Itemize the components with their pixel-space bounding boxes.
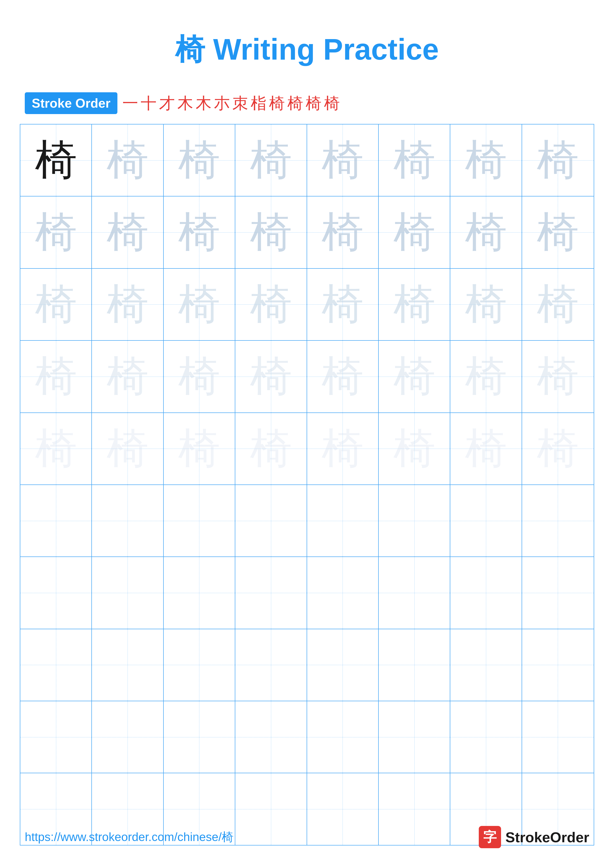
cell-5-5[interactable]: 椅 [307, 413, 379, 485]
cell-6-4[interactable] [235, 485, 307, 556]
cell-2-5[interactable]: 椅 [307, 197, 379, 268]
cell-6-3[interactable] [164, 485, 235, 556]
cell-7-5[interactable] [307, 557, 379, 628]
cell-1-5[interactable]: 椅 [307, 124, 379, 196]
cell-8-7[interactable] [450, 629, 522, 701]
cell-9-6[interactable] [379, 701, 450, 773]
cell-8-1[interactable] [20, 629, 92, 701]
grid-row-8 [20, 629, 594, 701]
cell-2-1[interactable]: 椅 [20, 197, 92, 268]
stroke-4: 木 [177, 93, 193, 114]
stroke-5: 木 [196, 93, 211, 114]
cell-5-6[interactable]: 椅 [379, 413, 450, 485]
cell-3-2[interactable]: 椅 [92, 269, 163, 340]
cell-4-1[interactable]: 椅 [20, 341, 92, 412]
cell-3-6[interactable]: 椅 [379, 269, 450, 340]
cell-2-8[interactable]: 椅 [522, 197, 594, 268]
stroke-sequence: 一 十 才 木 木 朩 朿 栺 椅 椅 椅 椅 [122, 93, 340, 114]
cell-5-3[interactable]: 椅 [164, 413, 235, 485]
cell-1-7[interactable]: 椅 [450, 124, 522, 196]
cell-8-4[interactable] [235, 629, 307, 701]
cell-4-6[interactable]: 椅 [379, 341, 450, 412]
cell-1-6[interactable]: 椅 [379, 124, 450, 196]
cell-9-7[interactable] [450, 701, 522, 773]
cell-7-2[interactable] [92, 557, 163, 628]
cell-6-2[interactable] [92, 485, 163, 556]
cell-2-6[interactable]: 椅 [379, 197, 450, 268]
cell-3-8[interactable]: 椅 [522, 269, 594, 340]
cell-8-8[interactable] [522, 629, 594, 701]
cell-4-8[interactable]: 椅 [522, 341, 594, 412]
cell-2-7[interactable]: 椅 [450, 197, 522, 268]
cell-2-2[interactable]: 椅 [92, 197, 163, 268]
cell-7-7[interactable] [450, 557, 522, 628]
cell-3-7[interactable]: 椅 [450, 269, 522, 340]
cell-6-6[interactable] [379, 485, 450, 556]
cell-6-8[interactable] [522, 485, 594, 556]
cell-5-2[interactable]: 椅 [92, 413, 163, 485]
stroke-10: 椅 [287, 93, 303, 114]
cell-1-3[interactable]: 椅 [164, 124, 235, 196]
stroke-8: 栺 [251, 93, 266, 114]
cell-7-1[interactable] [20, 557, 92, 628]
cell-7-4[interactable] [235, 557, 307, 628]
cell-5-4[interactable]: 椅 [235, 413, 307, 485]
cell-1-2[interactable]: 椅 [92, 124, 163, 196]
cell-4-4[interactable]: 椅 [235, 341, 307, 412]
cell-4-2[interactable]: 椅 [92, 341, 163, 412]
cell-8-5[interactable] [307, 629, 379, 701]
cell-9-4[interactable] [235, 701, 307, 773]
grid-row-5: 椅 椅 椅 椅 椅 椅 椅 椅 [20, 413, 594, 485]
cell-9-1[interactable] [20, 701, 92, 773]
cell-1-4[interactable]: 椅 [235, 124, 307, 196]
footer: https://www.strokeorder.com/chinese/椅 字 … [0, 826, 614, 848]
logo-text: StrokeOrder [505, 829, 589, 845]
cell-1-1[interactable]: 椅 [20, 124, 92, 196]
cell-3-5[interactable]: 椅 [307, 269, 379, 340]
stroke-6: 朩 [214, 93, 230, 114]
cell-2-4[interactable]: 椅 [235, 197, 307, 268]
stroke-9: 椅 [269, 93, 285, 114]
stroke-order-badge: Stroke Order [25, 92, 117, 114]
cell-3-4[interactable]: 椅 [235, 269, 307, 340]
cell-5-1[interactable]: 椅 [20, 413, 92, 485]
cell-7-6[interactable] [379, 557, 450, 628]
cell-9-5[interactable] [307, 701, 379, 773]
stroke-2: 十 [141, 93, 157, 114]
stroke-11: 椅 [306, 93, 322, 114]
cell-3-3[interactable]: 椅 [164, 269, 235, 340]
stroke-3: 才 [159, 93, 175, 114]
page-title: 椅 Writing Practice [0, 0, 614, 85]
practice-grid: 椅 椅 椅 椅 椅 椅 椅 椅 椅 椅 椅 椅 椅 椅 椅 椅 椅 椅 椅 椅 … [20, 124, 594, 845]
logo-icon: 字 [479, 826, 501, 848]
footer-url[interactable]: https://www.strokeorder.com/chinese/椅 [25, 829, 233, 845]
cell-8-6[interactable] [379, 629, 450, 701]
stroke-7: 朿 [232, 93, 248, 114]
cell-8-2[interactable] [92, 629, 163, 701]
cell-4-7[interactable]: 椅 [450, 341, 522, 412]
stroke-1: 一 [122, 93, 138, 114]
grid-row-9 [20, 701, 594, 773]
cell-9-8[interactable] [522, 701, 594, 773]
cell-5-7[interactable]: 椅 [450, 413, 522, 485]
cell-4-5[interactable]: 椅 [307, 341, 379, 412]
cell-3-1[interactable]: 椅 [20, 269, 92, 340]
grid-row-7 [20, 557, 594, 629]
cell-6-5[interactable] [307, 485, 379, 556]
cell-8-3[interactable] [164, 629, 235, 701]
grid-row-4: 椅 椅 椅 椅 椅 椅 椅 椅 [20, 341, 594, 413]
grid-row-3: 椅 椅 椅 椅 椅 椅 椅 椅 [20, 269, 594, 341]
cell-7-3[interactable] [164, 557, 235, 628]
cell-5-8[interactable]: 椅 [522, 413, 594, 485]
cell-6-7[interactable] [450, 485, 522, 556]
cell-7-8[interactable] [522, 557, 594, 628]
grid-row-2: 椅 椅 椅 椅 椅 椅 椅 椅 [20, 197, 594, 268]
cell-2-3[interactable]: 椅 [164, 197, 235, 268]
cell-9-3[interactable] [164, 701, 235, 773]
cell-6-1[interactable] [20, 485, 92, 556]
cell-9-2[interactable] [92, 701, 163, 773]
cell-1-8[interactable]: 椅 [522, 124, 594, 196]
cell-4-3[interactable]: 椅 [164, 341, 235, 412]
grid-row-1: 椅 椅 椅 椅 椅 椅 椅 椅 [20, 124, 594, 197]
grid-row-6 [20, 485, 594, 557]
